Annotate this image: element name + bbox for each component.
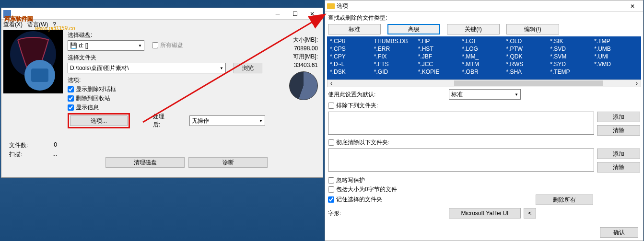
menu-lang[interactable]: 语言(W) xyxy=(27,21,48,29)
options-window: 选项 ✕ 查找或删除的文件类型: 标准 高级 关键(!) 编辑(!) *.CP8… xyxy=(325,0,644,241)
ignore-readonly-checkbox[interactable]: 忽略写保护 xyxy=(328,176,640,184)
app-icon xyxy=(3,10,11,18)
chevron-down-icon: ▼ xyxy=(515,92,518,97)
ok-button[interactable]: 确认 xyxy=(600,227,638,238)
ext-item[interactable]: *.MM_ xyxy=(462,53,506,60)
show-delete-dialog-checkbox[interactable]: 显示删除对话框 xyxy=(68,85,265,93)
ext-item[interactable]: *.TMP xyxy=(594,37,638,45)
ext-item[interactable]: *.ERR xyxy=(374,45,418,53)
purge-clear-button[interactable]: 清除 xyxy=(597,162,640,172)
menu-view[interactable]: 查看(X) xyxy=(3,21,23,29)
menubar: 查看(X) 语言(W) ? xyxy=(1,20,323,29)
minimize-button[interactable]: ─ xyxy=(269,9,286,19)
options-label: 选项: xyxy=(68,76,265,84)
ext-item[interactable]: *.OBR xyxy=(462,68,506,76)
exclude-clear-button[interactable]: 清除 xyxy=(597,125,640,136)
after-combo[interactable]: 无操作 ▼ xyxy=(189,115,265,126)
delete-all-button[interactable]: 删除所有 xyxy=(536,195,593,205)
folder-icon xyxy=(327,2,335,10)
ext-item[interactable]: *.HST xyxy=(418,45,462,53)
after-label: 处理后: xyxy=(153,113,170,129)
ext-item[interactable]: *.SVM xyxy=(550,53,594,60)
bottom-bar: 清理磁盘 诊断 xyxy=(7,157,317,171)
svg-rect-7 xyxy=(327,3,335,9)
app-logo xyxy=(3,30,63,93)
svg-rect-0 xyxy=(3,10,11,18)
exclude-listbox[interactable] xyxy=(328,112,594,135)
options-button[interactable]: 选项... xyxy=(70,115,128,126)
maximize-button[interactable]: ☐ xyxy=(286,9,304,19)
menu-help[interactable]: ? xyxy=(53,21,56,28)
options-close-button[interactable]: ✕ xyxy=(624,1,641,11)
disk-pie-chart xyxy=(289,71,318,100)
ext-item[interactable]: *.TEMP xyxy=(550,68,594,76)
ext-item[interactable]: *.FTS xyxy=(374,60,418,68)
ext-item[interactable]: *.JBF xyxy=(418,53,462,60)
all-disks-checkbox[interactable]: 所有磁盘 xyxy=(152,41,183,49)
ext-item[interactable]: THUMBS.DB xyxy=(374,37,418,45)
disk-combo[interactable]: 💾 d: [] ▼ xyxy=(68,40,144,51)
tab-advanced[interactable]: 高级 xyxy=(387,24,440,34)
ext-item[interactable]: *.SYD xyxy=(550,60,594,68)
purge-folders-checkbox[interactable]: 彻底清除以下文件夹: xyxy=(325,137,643,147)
ext-item[interactable]: *.RWS xyxy=(506,60,550,68)
diagnose-button[interactable]: 诊断 xyxy=(188,157,268,168)
extensions-list[interactable]: *.CP8THUMBS.DB*.HP*.LGI*.OLD*.SIK*.TMP*.… xyxy=(327,36,641,80)
options-button-highlight: 选项... xyxy=(68,113,130,128)
font-less-button[interactable]: < xyxy=(524,208,536,218)
clean-disk-button[interactable]: 清理磁盘 xyxy=(105,157,185,168)
ext-item[interactable]: *.LOG xyxy=(462,45,506,53)
remember-checkbox[interactable]: 记住选择的文件夹 xyxy=(328,195,536,204)
show-info-checkbox[interactable]: 显示信息 xyxy=(68,103,265,112)
main-content: 选择磁盘: 💾 d: [] ▼ 所有磁盘 选择文件夹 D:\tools\桌面\图… xyxy=(68,31,265,132)
ext-item[interactable]: *.PTW xyxy=(506,45,550,53)
ext-item[interactable]: *.CP8 xyxy=(330,37,374,45)
ext-item[interactable]: *.SVD xyxy=(550,45,594,53)
select-folder-label: 选择文件夹 xyxy=(68,54,265,62)
scroll-thumb[interactable] xyxy=(454,80,603,86)
ext-item[interactable]: *.MTM xyxy=(462,60,506,68)
default-combo[interactable]: 标准 ▼ xyxy=(449,89,521,100)
extensions-hscroll[interactable]: ‹ › xyxy=(327,80,641,87)
ext-item[interactable]: *.KOPIE xyxy=(418,68,462,76)
scroll-right-icon[interactable]: › xyxy=(633,80,641,87)
ext-item[interactable]: *.UMI xyxy=(594,53,638,60)
tab-standard[interactable]: 标准 xyxy=(328,24,381,34)
exclude-add-button[interactable]: 添加 xyxy=(597,112,640,122)
ext-item[interactable]: *.SIK xyxy=(550,37,594,45)
include-zero-checkbox[interactable]: 包括大小为0字节的文件 xyxy=(328,185,640,194)
size-label: 大小[MB]: xyxy=(270,36,318,44)
chevron-down-icon: ▼ xyxy=(220,66,223,70)
ext-item[interactable]: *.FIX xyxy=(374,53,418,60)
select-disk-label: 选择磁盘: xyxy=(68,31,265,39)
ext-item[interactable]: *.GID xyxy=(374,68,418,76)
default-label: 使用此设置为默认: xyxy=(328,91,386,99)
ext-item[interactable]: *.LGI xyxy=(462,37,506,45)
ext-item[interactable]: *.CPS xyxy=(330,45,374,53)
tab-edit[interactable]: 编辑(!) xyxy=(506,24,559,34)
purge-add-button[interactable]: 添加 xyxy=(597,149,640,159)
disk-stats: 大小[MB]: 70898.00 可用[MB]: 33403.61 xyxy=(270,36,318,101)
ext-item[interactable]: *.SHA xyxy=(506,68,550,76)
browse-button[interactable]: 浏览 xyxy=(234,63,262,73)
recycle-bin-checkbox[interactable]: 删除到回收站 xyxy=(68,94,265,103)
ext-item[interactable] xyxy=(594,68,638,76)
ext-item[interactable]: *.UMB xyxy=(594,45,638,53)
purge-listbox[interactable] xyxy=(328,149,594,172)
font-label: 字形: xyxy=(328,209,347,218)
ext-item[interactable]: *.HP xyxy=(418,37,462,45)
exclude-folders-checkbox[interactable]: 排除下列文件夹: xyxy=(325,102,643,110)
folder-combo[interactable]: D:\tools\桌面\图片素材\ ▼ xyxy=(68,63,226,73)
ext-item[interactable]: *.QDK xyxy=(506,53,550,60)
ext-item[interactable]: *.DSK xyxy=(330,68,374,76)
chevron-down-icon: ▼ xyxy=(138,44,142,48)
ext-item[interactable]: *.VMD xyxy=(594,60,638,68)
ext-item[interactable]: *.OLD xyxy=(506,37,550,45)
ext-item[interactable]: *.JCC xyxy=(418,60,462,68)
scroll-left-icon[interactable]: ‹ xyxy=(328,80,335,87)
ext-item[interactable]: *.D~L xyxy=(330,60,374,68)
close-button[interactable]: ✕ xyxy=(304,9,321,19)
ext-item[interactable]: *.CPY xyxy=(330,53,374,60)
font-button[interactable]: Microsoft YaHei UI xyxy=(449,208,521,218)
tab-key[interactable]: 关键(!) xyxy=(447,24,500,34)
